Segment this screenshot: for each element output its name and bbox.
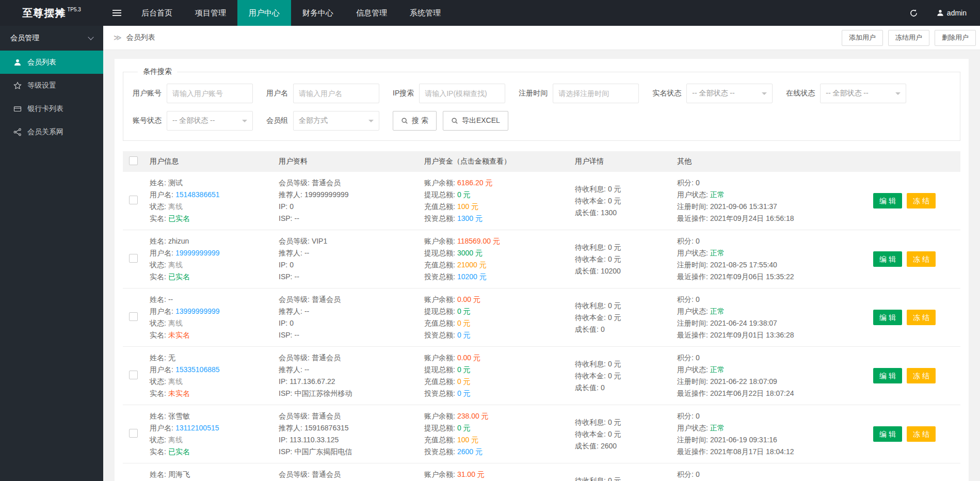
search-icon	[401, 117, 408, 124]
chevron-down-icon	[88, 34, 93, 40]
invest-value[interactable]: 0 元	[457, 331, 471, 339]
reg-time-value: 2021-08-25 17:55:40	[710, 261, 777, 269]
interest-label: 待收利息:	[575, 301, 606, 310]
realname-label: 实名:	[150, 447, 166, 456]
username-link[interactable]: 19999999999	[175, 249, 220, 257]
sidebar-item-member-list[interactable]: 会员列表	[0, 51, 103, 74]
interest-value: 0 元	[608, 360, 621, 368]
add-user-button[interactable]: 添加用户	[842, 30, 883, 46]
account-status-select[interactable]: -- 全部状态 --	[167, 111, 253, 131]
regtime-input[interactable]	[553, 84, 639, 103]
withdraw-value[interactable]: 0 元	[457, 424, 471, 432]
export-excel-button[interactable]: 导出EXCEL	[443, 111, 508, 131]
nav-item-user-center[interactable]: 用户中心	[237, 0, 291, 26]
reg-time-value: 2021-06-22 18:07:09	[710, 377, 777, 386]
withdraw-value[interactable]: 3000 元	[457, 249, 483, 257]
account-input[interactable]	[167, 84, 253, 103]
invest-value[interactable]: 2600 元	[457, 447, 483, 456]
recharge-value[interactable]: 21000 元	[457, 261, 487, 269]
sidebar-item-member-network[interactable]: 会员关系网	[0, 120, 103, 143]
recharge-value[interactable]: 100 元	[457, 202, 478, 211]
online-status-select[interactable]: -- 全部状态 --	[820, 84, 906, 103]
edit-button[interactable]: 编 辑	[873, 251, 902, 267]
delete-user-button[interactable]: 删除用户	[935, 30, 976, 46]
invest-value[interactable]: 1300 元	[457, 214, 483, 222]
withdraw-value[interactable]: 0 元	[457, 307, 471, 315]
cell-user-profile: 会员等级:普通会员 推荐人:19999999999 IP:0 ISP:--	[279, 177, 424, 225]
recharge-value[interactable]: 0 元	[457, 377, 471, 386]
name-value: 无	[168, 354, 175, 362]
edit-button[interactable]: 编 辑	[873, 193, 902, 209]
recharge-value[interactable]: 0 元	[457, 319, 471, 327]
search-field-realname-status: 实名状态 -- 全部状态 --	[652, 84, 773, 103]
withdraw-value[interactable]: 0 元	[457, 190, 471, 199]
cell-user-detail: 待收利息:0 元 待收本金:0 元 成长值:0	[575, 358, 677, 394]
freeze-button[interactable]: 冻 结	[907, 310, 936, 325]
row-checkbox[interactable]	[129, 429, 138, 438]
invest-value[interactable]: 0 元	[457, 389, 471, 397]
freeze-button[interactable]: 冻 结	[907, 426, 936, 442]
freeze-button[interactable]: 冻 结	[907, 193, 936, 209]
balance-value[interactable]: 0.00 元	[457, 354, 480, 362]
realname-value: 已实名	[168, 272, 190, 281]
principal-value: 0 元	[608, 372, 621, 380]
row-checkbox[interactable]	[129, 196, 138, 204]
growth-value: 0	[601, 383, 605, 392]
recharge-label: 充值总额:	[424, 377, 455, 386]
name-label: 姓名:	[150, 295, 166, 303]
row-checkbox[interactable]	[129, 312, 138, 321]
interest-value: 0 元	[608, 301, 621, 310]
username-link[interactable]: 13112100515	[175, 424, 219, 432]
freeze-button[interactable]: 冻 结	[907, 251, 936, 267]
balance-value[interactable]: 118569.00 元	[457, 237, 500, 245]
refresh-icon[interactable]	[909, 9, 918, 18]
balance-value[interactable]: 31.00 元	[457, 470, 485, 478]
user-menu[interactable]: admin	[937, 9, 967, 17]
balance-value[interactable]: 238.00 元	[457, 412, 489, 420]
edit-button[interactable]: 编 辑	[873, 310, 902, 325]
sidebar-item-level-settings[interactable]: 等级设置	[0, 74, 103, 97]
cell-user-funds: 账户余额:238.00 元 提现总额:0 元 充值总额:100 元 投资总额:2…	[424, 410, 575, 458]
referrer-label: 推荐人:	[279, 365, 302, 374]
username-link[interactable]: 15335106885	[175, 365, 220, 374]
username-input[interactable]	[293, 84, 379, 103]
nav-item-system[interactable]: 系统管理	[398, 0, 452, 26]
edit-button[interactable]: 编 辑	[873, 368, 902, 383]
balance-value[interactable]: 6186.20 元	[457, 179, 493, 187]
col-user-profile: 用户资料	[279, 157, 424, 166]
isp-value: --	[294, 272, 299, 281]
withdraw-value[interactable]: 0 元	[457, 365, 471, 374]
balance-value[interactable]: 0.00 元	[457, 295, 480, 303]
account-status-label: 账号状态	[133, 116, 162, 125]
nav-item-projects[interactable]: 项目管理	[184, 0, 237, 26]
nav-item-information[interactable]: 信息管理	[345, 0, 398, 26]
principal-label: 待收本金:	[575, 197, 606, 205]
row-checkbox[interactable]	[129, 254, 138, 263]
menu-toggle-icon[interactable]	[103, 0, 130, 26]
sidebar-item-bank-cards[interactable]: 银行卡列表	[0, 97, 103, 120]
select-all-checkbox[interactable]	[129, 156, 138, 165]
ip-input[interactable]	[419, 84, 505, 103]
reg-time-label: 注册时间:	[677, 377, 708, 386]
member-group-select[interactable]: 全部方式	[293, 111, 379, 131]
nav-item-finance[interactable]: 财务中心	[291, 0, 345, 26]
edit-button[interactable]: 编 辑	[873, 426, 902, 442]
freeze-user-button[interactable]: 冻结用户	[888, 30, 929, 46]
nav-item-dashboard[interactable]: 后台首页	[130, 0, 184, 26]
recharge-value[interactable]: 100 元	[457, 436, 478, 444]
sidebar-group-member-management[interactable]: 会员管理	[0, 26, 103, 51]
ip-label: IP搜索	[393, 89, 414, 98]
row-checkbox[interactable]	[129, 371, 138, 379]
brand-logo: 至尊摆摊 TP5.3	[0, 0, 103, 26]
level-label: 会员等级:	[279, 354, 310, 362]
username-link[interactable]: 15148386651	[175, 190, 220, 199]
freeze-button[interactable]: 冻 结	[907, 368, 936, 383]
invest-value[interactable]: 10200 元	[457, 272, 487, 281]
ip-label: IP:	[279, 436, 287, 444]
search-button[interactable]: 搜 索	[393, 111, 437, 131]
level-label: 会员等级:	[279, 237, 310, 245]
status-value: 离线	[168, 377, 183, 386]
interest-label: 待收利息:	[575, 418, 606, 426]
username-link[interactable]: 13999999999	[175, 307, 220, 315]
realname-status-select[interactable]: -- 全部状态 --	[686, 84, 773, 103]
